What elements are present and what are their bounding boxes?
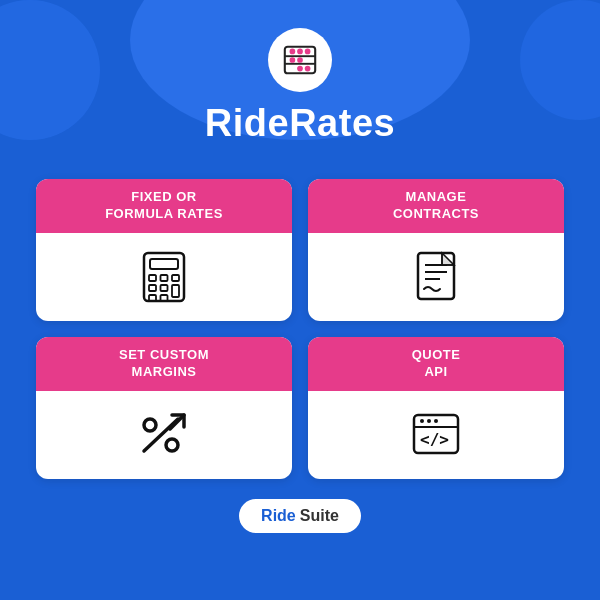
card-custom-margins[interactable]: SET CUSTOMMARGINS bbox=[36, 337, 292, 479]
card-custom-margins-label: SET CUSTOMMARGINS bbox=[36, 337, 292, 391]
svg-point-8 bbox=[297, 66, 303, 72]
svg-rect-19 bbox=[161, 295, 168, 301]
svg-point-3 bbox=[290, 49, 296, 55]
svg-rect-11 bbox=[150, 259, 178, 269]
svg-rect-13 bbox=[161, 275, 168, 281]
card-custom-margins-icon bbox=[120, 391, 208, 479]
footer-badge-ride: Ride bbox=[261, 507, 296, 525]
footer-badge-suite: Suite bbox=[300, 507, 339, 525]
header: RideRates bbox=[0, 0, 600, 145]
svg-point-9 bbox=[305, 66, 311, 72]
api-icon: </> bbox=[406, 405, 466, 465]
svg-point-32 bbox=[434, 419, 438, 423]
svg-rect-17 bbox=[172, 285, 179, 297]
svg-line-27 bbox=[170, 415, 184, 429]
svg-point-25 bbox=[166, 439, 178, 451]
svg-rect-15 bbox=[149, 285, 156, 291]
svg-rect-12 bbox=[149, 275, 156, 281]
card-manage-contracts[interactable]: MANAGECONTRACTS bbox=[308, 179, 564, 321]
cards-grid: FIXED ORFORMULA RATES MANAGECONTRACTS bbox=[0, 155, 600, 495]
footer: Ride Suite bbox=[0, 495, 600, 533]
card-quote-api-label: QUOTEAPI bbox=[308, 337, 564, 391]
svg-point-6 bbox=[290, 57, 296, 63]
svg-text:</>: </> bbox=[420, 430, 449, 449]
svg-rect-18 bbox=[149, 295, 156, 301]
svg-point-7 bbox=[297, 57, 303, 63]
calculator-icon bbox=[134, 247, 194, 307]
contract-icon bbox=[406, 247, 466, 307]
footer-badge: Ride Suite bbox=[239, 499, 361, 533]
svg-rect-16 bbox=[161, 285, 168, 291]
abacus-icon bbox=[281, 41, 319, 79]
card-manage-contracts-label: MANAGECONTRACTS bbox=[308, 179, 564, 233]
card-fixed-rates-icon bbox=[120, 233, 208, 321]
svg-point-24 bbox=[144, 419, 156, 431]
card-manage-contracts-icon bbox=[392, 233, 480, 321]
svg-rect-14 bbox=[172, 275, 179, 281]
svg-point-4 bbox=[297, 49, 303, 55]
percent-icon bbox=[134, 405, 194, 465]
card-quote-api-icon: </> bbox=[392, 391, 480, 479]
logo-circle bbox=[268, 28, 332, 92]
card-quote-api[interactable]: QUOTEAPI </> bbox=[308, 337, 564, 479]
svg-point-5 bbox=[305, 49, 311, 55]
svg-point-30 bbox=[420, 419, 424, 423]
card-fixed-rates-label: FIXED ORFORMULA RATES bbox=[36, 179, 292, 233]
svg-point-31 bbox=[427, 419, 431, 423]
app-title: RideRates bbox=[205, 102, 395, 145]
card-fixed-rates[interactable]: FIXED ORFORMULA RATES bbox=[36, 179, 292, 321]
